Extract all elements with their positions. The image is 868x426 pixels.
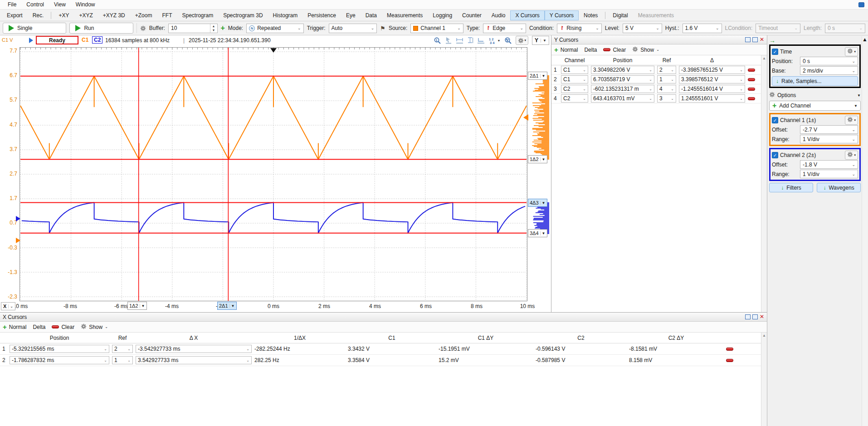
tab-spectrogram[interactable]: Spectrogram — [177, 10, 218, 20]
channel2-gear-button[interactable]: ▾ — [845, 151, 858, 160]
remove-cursor-button[interactable] — [748, 78, 755, 81]
float-window-icon[interactable] — [745, 37, 751, 42]
add-normal-cursor-button[interactable]: + Normal — [3, 324, 26, 330]
channel2-offset-select[interactable]: -1.8 V ⌄ — [800, 160, 858, 169]
stepper-arrows[interactable]: ▲▼ — [210, 24, 217, 33]
y-cursor-handle-3Δ4[interactable]: 3Δ4▼ — [528, 229, 547, 237]
maximize-window-icon[interactable] — [752, 37, 758, 42]
channel2-offset-marker[interactable] — [16, 216, 20, 221]
add-normal-cursor-button[interactable]: + Normal — [554, 47, 578, 53]
channel1-gear-button[interactable]: ▾ — [845, 116, 858, 125]
channel1-range-select[interactable]: 1 V/div ⌄ — [800, 135, 858, 143]
channel2-checkbox[interactable]: ✓ — [772, 152, 778, 158]
type-select[interactable]: ↾ Edge ⌄ — [483, 24, 526, 33]
buffer-gear-icon[interactable] — [140, 25, 146, 31]
tab-notes[interactable]: Notes — [579, 10, 603, 20]
tab-measurements[interactable]: Measurements — [382, 10, 428, 20]
x-axis-button[interactable]: X⌄ — [1, 302, 15, 310]
trigger-level-marker[interactable] — [523, 114, 528, 121]
tab-counter[interactable]: Counter — [457, 10, 487, 20]
show-options-button[interactable]: Show ⌄ — [81, 323, 108, 331]
x-cursor-dx-select[interactable]: -3.542927733 ms⌄ — [136, 345, 252, 353]
menu-view[interactable]: View — [50, 1, 70, 8]
remove-cursor-button[interactable] — [726, 359, 733, 362]
channel1-offset-select[interactable]: -2.7 V ⌄ — [800, 125, 858, 134]
y-cursor-channel-select[interactable]: C1⌄ — [561, 75, 588, 83]
rate-samples-button[interactable]: ↓ Rate, Samples... — [772, 76, 858, 86]
y-cursor-position-select[interactable]: -602.135231317 m⌄ — [591, 85, 654, 93]
close-icon[interactable]: ✕ — [760, 37, 764, 42]
add-delta-cursor-button[interactable]: Delta — [584, 47, 597, 53]
remove-cursor-button[interactable] — [748, 88, 755, 91]
plot-settings-button[interactable]: ▾ — [516, 36, 529, 45]
zoom-1-icon[interactable]: 1 — [434, 37, 441, 44]
float-window-icon[interactable] — [745, 314, 751, 319]
horizontal-measure-icon[interactable] — [456, 37, 463, 44]
tab-y-cursors[interactable]: Y Cursors — [545, 10, 579, 20]
zoom-options-icon[interactable] — [504, 37, 512, 44]
y-cursor-position-select[interactable]: 6.703558719 V⌄ — [591, 75, 654, 83]
menu-file[interactable]: File — [4, 1, 20, 8]
y-cursor-delta-select[interactable]: 3.398576512 V⌄ — [679, 75, 745, 83]
y-cursor-delta-select[interactable]: 1.245551601 V⌄ — [679, 94, 745, 103]
tab--xy[interactable]: +XY — [54, 10, 74, 20]
tab-spectrogram-3d[interactable]: Spectrogram 3D — [218, 10, 268, 20]
hysteresis-select[interactable]: 1.6 V ⌄ — [683, 24, 722, 33]
tab-measurements[interactable]: Measurements — [633, 10, 679, 20]
menu-window[interactable]: Window — [72, 1, 99, 8]
y-cursor-delta-select[interactable]: -3.3985765125 V⌄ — [679, 66, 745, 74]
sidebar-scrollbar[interactable]: ▲ — [862, 36, 868, 426]
y-cursor-delta-select[interactable]: -1.2455516014 V⌄ — [679, 85, 745, 93]
source-select[interactable]: Channel 1 ⌄ — [410, 24, 463, 33]
channel2-tag[interactable]: C2 — [92, 36, 102, 44]
y-cursor-handle-2Δ1[interactable]: 2Δ1▼ — [528, 72, 547, 80]
tab-histogram[interactable]: Histogram — [268, 10, 303, 20]
y-cursor-ref-select[interactable]: 2⌄ — [657, 66, 676, 74]
y-cursor-position-select[interactable]: 643.4163701 mV⌄ — [591, 94, 654, 103]
show-options-button[interactable]: Show ⌄ — [632, 46, 659, 54]
tab--xyz-3d[interactable]: +XYZ 3D — [98, 10, 130, 20]
time-base-select[interactable]: 2 ms/div ⌄ — [800, 66, 858, 75]
y-cursor-channel-select[interactable]: C2⌄ — [561, 94, 588, 103]
add-delta-cursor-button[interactable]: Delta — [33, 324, 45, 330]
condition-select[interactable]: ↾ Rising ⌄ — [557, 24, 602, 33]
time-gear-button[interactable]: ▾ — [845, 47, 858, 56]
clear-cursors-button[interactable]: Clear — [52, 324, 74, 330]
level-select[interactable]: 5 V ⌄ — [623, 24, 662, 33]
tab-data[interactable]: Data — [361, 10, 382, 20]
collapse-panel-icon[interactable]: → — [769, 37, 775, 44]
tab-fft[interactable]: FFT — [157, 10, 177, 20]
add-channel-button[interactable]: + Add Channel ▼ — [769, 101, 861, 111]
maximize-window-icon[interactable] — [752, 314, 758, 319]
y-cursor-ref-select[interactable]: 4⌄ — [657, 85, 676, 93]
clear-cursors-button[interactable]: Clear — [603, 47, 626, 53]
x-cursor-ref-select[interactable]: 2⌄ — [112, 345, 133, 353]
time-checkbox[interactable]: ✓ — [772, 49, 778, 55]
channel1-checkbox[interactable]: ✓ — [772, 117, 778, 123]
x-cursor-dx-select[interactable]: 3.542927733 ms⌄ — [136, 356, 252, 364]
quick-measure-icon[interactable]: 1 23 4▼ — [488, 37, 501, 44]
remove-cursor-button[interactable] — [748, 69, 755, 72]
y-cursor-ref-select[interactable]: 3⌄ — [657, 94, 676, 103]
x-cursor-handle-2Δ1[interactable]: 2Δ1▼ — [217, 302, 237, 310]
pointer-tool-icon[interactable] — [445, 37, 452, 44]
corner-measure-icon[interactable] — [477, 37, 485, 44]
channel1-offset-marker[interactable] — [16, 238, 20, 243]
channel1-tag[interactable]: C1 — [82, 37, 88, 43]
lcondition-select[interactable]: Timeout ⌄ — [756, 24, 800, 33]
x-cursor-handle-1Δ2[interactable]: 1Δ2▼ — [127, 302, 147, 310]
menu-control[interactable]: Control — [22, 1, 48, 8]
time-position-select[interactable]: 0 s ⌄ — [800, 57, 858, 65]
y-cursor-channel-select[interactable]: C1⌄ — [561, 66, 588, 74]
x-cursor-position-select[interactable]: -5.329215565 ms⌄ — [10, 345, 109, 353]
close-icon[interactable]: ✕ — [760, 314, 764, 319]
x-cursor-position-select[interactable]: -1.786287832 ms⌄ — [10, 356, 109, 364]
tab--xyz[interactable]: +XYZ — [74, 10, 98, 20]
tab-digital[interactable]: Digital — [608, 10, 633, 20]
y-table-scrollbar[interactable]: ▲ — [761, 55, 767, 312]
y-cursor-handle-1Δ2[interactable]: 1Δ2▼ — [528, 155, 547, 163]
tab-audio[interactable]: Audio — [487, 10, 511, 20]
run-button[interactable]: Run — [69, 23, 133, 34]
tab-persistence[interactable]: Persistence — [302, 10, 341, 20]
channel2-range-select[interactable]: 1 V/div ⌄ — [800, 170, 858, 178]
